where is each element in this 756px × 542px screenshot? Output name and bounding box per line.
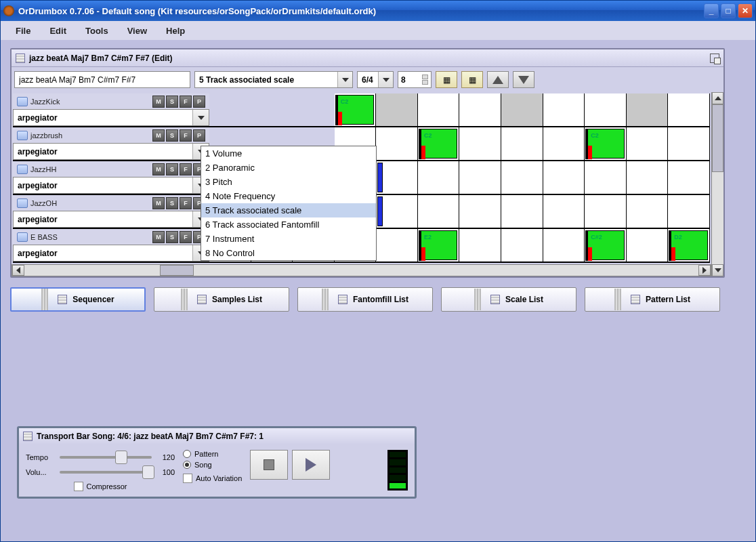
arp-dropdown-arrow[interactable] <box>192 110 209 125</box>
fantom-button[interactable]: F <box>180 129 192 142</box>
grid-cell[interactable] <box>418 93 460 126</box>
grid-cell[interactable] <box>543 229 585 262</box>
fantom-button[interactable]: F <box>180 96 192 108</box>
grid-cell[interactable] <box>501 93 543 126</box>
scroll-up-arrow[interactable] <box>712 92 723 104</box>
control-mode-combo[interactable]: 5 Track associated scale <box>194 71 353 88</box>
grid-cell[interactable] <box>668 127 710 160</box>
solo-button[interactable]: S <box>166 197 178 209</box>
grid-cell[interactable] <box>668 93 710 126</box>
grid-cell[interactable] <box>501 195 543 228</box>
solo-button[interactable]: S <box>166 129 178 142</box>
move-down-button[interactable] <box>513 71 534 88</box>
grid-cell[interactable] <box>543 195 585 228</box>
grid-cell[interactable] <box>418 195 460 228</box>
grid-cell[interactable] <box>627 93 669 126</box>
stop-button[interactable] <box>250 450 288 480</box>
grid-cell[interactable]: C2 <box>418 127 460 160</box>
menu-edit[interactable]: Edit <box>41 23 75 39</box>
fantom-button[interactable]: F <box>180 163 192 175</box>
solo-button[interactable]: S <box>166 231 178 243</box>
grid-cell[interactable] <box>627 161 669 194</box>
grid-cell[interactable] <box>627 195 669 228</box>
grid-cell[interactable] <box>376 161 418 194</box>
tab-samples[interactable]: Samples List <box>154 287 289 312</box>
vertical-scrollbar[interactable] <box>711 92 723 276</box>
mute-button[interactable]: M <box>152 129 165 142</box>
play-button[interactable] <box>292 450 330 480</box>
scroll-thumb[interactable] <box>712 104 723 172</box>
grid-cell[interactable] <box>501 229 543 262</box>
grid-cell[interactable] <box>459 195 501 228</box>
grid-cell[interactable] <box>543 161 585 194</box>
combo-arrow[interactable] <box>378 72 393 87</box>
save-icon[interactable] <box>17 199 28 208</box>
solo-button[interactable]: S <box>166 96 178 108</box>
menu-view[interactable]: View <box>119 23 155 39</box>
pattern-radio[interactable] <box>183 450 191 458</box>
dropdown-option[interactable]: 8 No Control <box>201 246 376 260</box>
grid-cell[interactable]: C#2 <box>585 229 627 262</box>
tab-sequencer[interactable]: Sequencer <box>10 287 146 312</box>
dropdown-option[interactable]: 3 Pitch <box>201 175 376 189</box>
pitch-button[interactable]: P <box>193 96 205 108</box>
mute-button[interactable]: M <box>152 163 165 175</box>
menu-tools[interactable]: Tools <box>77 23 117 39</box>
tab-pattern[interactable]: Pattern List <box>585 287 720 312</box>
scroll-thumb[interactable] <box>160 265 194 276</box>
save-icon[interactable] <box>17 131 28 140</box>
save-icon[interactable] <box>17 97 28 106</box>
grid-cell[interactable] <box>376 93 418 126</box>
grid-cell[interactable] <box>501 127 543 160</box>
dropdown-option-selected[interactable]: 5 Track associated scale <box>201 203 376 217</box>
maximize-button[interactable]: □ <box>721 3 736 18</box>
minimize-button[interactable]: _ <box>704 3 719 18</box>
grid-cell[interactable]: E2 <box>418 229 460 262</box>
save-icon[interactable] <box>17 165 28 174</box>
grid-cell[interactable] <box>376 195 418 228</box>
tab-fantomfill[interactable]: Fantomfill List <box>297 287 433 312</box>
grid-cell[interactable]: D2 <box>668 229 710 262</box>
dropdown-option[interactable]: 7 Instrument <box>201 232 376 246</box>
grid-cell[interactable] <box>376 127 418 160</box>
measure-stepper[interactable]: 8 <box>398 71 432 88</box>
tempo-slider[interactable] <box>60 456 152 459</box>
grid-cell[interactable] <box>459 127 501 160</box>
grid-cell[interactable] <box>585 93 627 126</box>
grid-cell[interactable] <box>627 127 669 160</box>
scroll-left-arrow[interactable] <box>12 265 24 276</box>
song-radio[interactable] <box>183 461 191 469</box>
grid-cell[interactable] <box>627 229 669 262</box>
dropdown-option[interactable]: 4 Note Frequency <box>201 189 376 203</box>
grid-cell[interactable] <box>668 161 710 194</box>
tab-scale[interactable]: Scale List <box>441 287 576 312</box>
dropdown-option[interactable]: 6 Track associated Fantomfill <box>201 217 376 232</box>
menu-help[interactable]: Help <box>158 23 193 39</box>
dropdown-option[interactable]: 2 Panoramic <box>201 161 376 175</box>
grid-cell[interactable] <box>585 161 627 194</box>
spin-down[interactable] <box>422 80 428 85</box>
tool-button-1[interactable]: ▦ <box>436 71 457 88</box>
close-button[interactable]: ✕ <box>738 3 753 18</box>
pattern-name-input[interactable] <box>14 71 190 88</box>
grid-cell[interactable]: C2 <box>335 93 377 126</box>
time-signature-combo[interactable]: 6/4 <box>357 71 394 88</box>
volume-slider[interactable] <box>60 471 152 474</box>
combo-arrow[interactable] <box>337 72 352 87</box>
auto-variation-checkbox[interactable] <box>183 474 192 483</box>
pitch-button[interactable]: P <box>193 129 205 142</box>
grid-cell[interactable] <box>543 93 585 126</box>
menu-file[interactable]: File <box>7 23 39 39</box>
grid-cell[interactable] <box>459 93 501 126</box>
grid-cell[interactable] <box>376 229 418 262</box>
fantom-button[interactable]: F <box>180 231 192 243</box>
grid-cell[interactable] <box>459 229 501 262</box>
mute-button[interactable]: M <box>152 197 165 209</box>
compressor-checkbox[interactable] <box>74 482 83 491</box>
grid-cell[interactable] <box>418 161 460 194</box>
grid-cell[interactable] <box>668 195 710 228</box>
scroll-down-arrow[interactable] <box>712 264 723 276</box>
grid-cell[interactable]: C2 <box>585 127 627 160</box>
grid-cell[interactable] <box>459 161 501 194</box>
spin-up[interactable] <box>422 75 428 79</box>
